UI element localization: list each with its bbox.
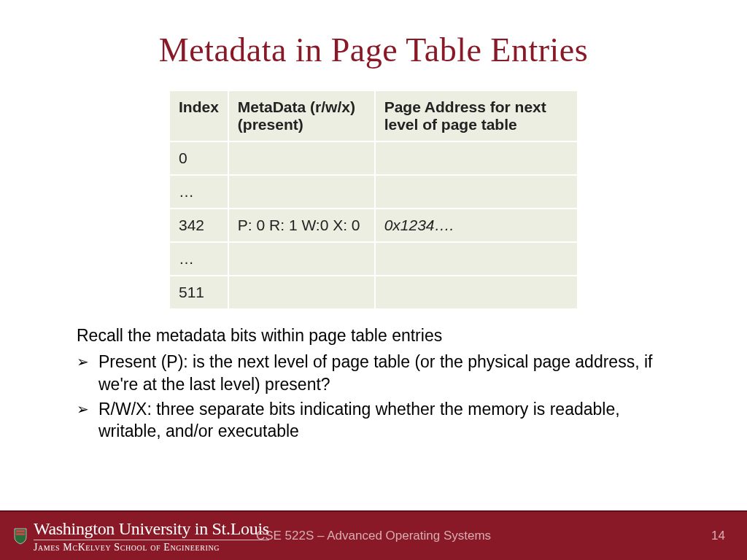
cell-addr (375, 276, 577, 309)
bullet-text: R/W/X: three separate bits indicating wh… (98, 398, 660, 443)
svg-rect-0 (16, 530, 25, 532)
cell-index: … (170, 175, 228, 209)
school-name: James McKelvey School of Engineering (34, 542, 269, 553)
cell-index: 342 (170, 209, 228, 242)
cell-meta (228, 175, 375, 209)
bullet-item: ➢ R/W/X: three separate bits indicating … (77, 398, 660, 443)
footer: Washington University in St.Louis James … (0, 510, 747, 560)
cell-index: 0 (170, 141, 228, 175)
col-index: Index (170, 91, 228, 141)
cell-meta: P: 0 R: 1 W:0 X: 0 (228, 209, 375, 242)
cell-addr: 0x1234…. (375, 209, 577, 242)
svg-rect-1 (16, 533, 25, 535)
table-row: 342 P: 0 R: 1 W:0 X: 0 0x1234…. (170, 209, 577, 242)
cell-addr (375, 175, 577, 209)
table-row: … (170, 242, 577, 276)
cell-addr (375, 141, 577, 175)
intro-line: Recall the metadata bits within page tab… (77, 324, 660, 346)
col-address: Page Address for next level of page tabl… (375, 91, 577, 141)
cell-index: … (170, 242, 228, 276)
cell-addr (375, 242, 577, 276)
bullet-item: ➢ Present (P): is the next level of page… (77, 351, 660, 395)
shield-icon (13, 527, 28, 545)
table-row: … (170, 175, 577, 209)
bullet-text: Present (P): is the next level of page t… (98, 351, 660, 395)
cell-meta (228, 141, 375, 175)
university-wordmark: Washington University in St.Louis James … (34, 520, 269, 553)
body-text: Recall the metadata bits within page tab… (77, 324, 660, 443)
page-table: Index MetaData (r/w/x) (present) Page Ad… (170, 91, 577, 310)
university-name: Washington University in St.Louis (34, 520, 269, 540)
chevron-right-icon: ➢ (77, 351, 98, 371)
table-row: 0 (170, 141, 577, 175)
page-number: 14 (711, 529, 725, 543)
cell-index: 511 (170, 276, 228, 309)
table-header-row: Index MetaData (r/w/x) (present) Page Ad… (170, 91, 577, 141)
chevron-right-icon: ➢ (77, 398, 98, 419)
col-metadata: MetaData (r/w/x) (present) (228, 91, 375, 141)
cell-meta (228, 242, 375, 276)
slide-title: Metadata in Page Table Entries (0, 0, 747, 69)
footer-left: Washington University in St.Louis James … (0, 520, 269, 553)
cell-meta (228, 276, 375, 309)
table-row: 511 (170, 276, 577, 309)
